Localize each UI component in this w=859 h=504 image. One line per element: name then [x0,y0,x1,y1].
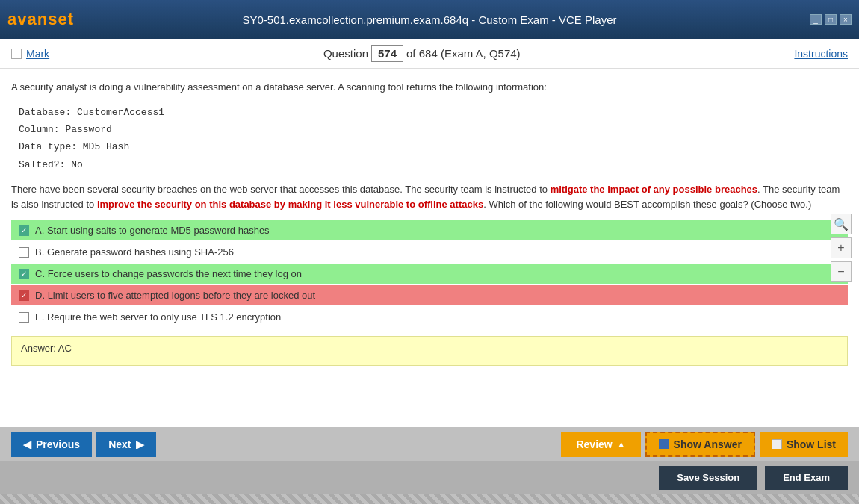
title-bar: avanset SY0-501.examcollection.premium.e… [0,0,859,39]
option-e-text: E. Require the web server to only use TL… [35,311,281,323]
next-label: Next [108,438,131,450]
highlight1: mitigate the impact of any possible brea… [551,184,757,195]
code-line-1: Database: CustomerAccess1 [19,104,848,121]
bottom-bar: ◀ Previous Next ▶ Review ▲ Show Answer S… [0,427,859,461]
body-part3: . Which of the following would BEST acco… [483,199,811,210]
option-a[interactable]: A. Start using salts to generate MD5 pas… [11,220,848,240]
option-d[interactable]: D. Limit users to five attempted logons … [11,285,848,305]
zoom-in-button[interactable]: + [831,237,852,258]
next-button[interactable]: Next ▶ [96,432,155,457]
mark-label[interactable]: Mark [26,48,49,60]
option-d-checkbox[interactable] [19,290,29,301]
highlight2: improve the security on this database by… [97,199,483,210]
zoom-in-icon: + [837,241,844,255]
logo-part1: avan [7,10,48,28]
code-line-2: Column: Password [19,121,848,138]
question-intro: A security analyst is doing a vulnerabil… [11,80,848,95]
search-tool-button[interactable]: 🔍 [831,214,852,234]
end-exam-button[interactable]: End Exam [765,466,848,490]
logo-text: avanset [7,10,74,29]
option-c-checkbox[interactable] [19,269,29,279]
show-answer-button[interactable]: Show Answer [645,432,755,457]
code-line-3: Data type: MD5 Hash [19,138,848,155]
previous-button[interactable]: ◀ Previous [11,432,92,457]
answer-text: Answer: AC [21,343,72,354]
option-a-checkbox[interactable] [19,225,29,236]
show-list-icon [772,439,782,449]
mark-checkbox[interactable] [11,49,22,59]
option-e[interactable]: E. Require the web server to only use TL… [11,307,848,327]
window-title: SY0-501.examcollection.premium.exam.684q… [242,13,616,26]
question-label: Question [323,47,368,60]
stripe-bar [0,494,859,504]
mark-area: Mark [11,48,49,60]
option-b-text: B. Generate password hashes using SHA-25… [35,246,234,258]
review-label: Review [576,438,612,450]
tools-panel: 🔍 + − [831,214,852,282]
instructions-link[interactable]: Instructions [794,48,848,60]
option-c[interactable]: C. Force users to change passwords the n… [11,264,848,284]
zoom-out-icon: − [837,265,844,279]
question-total: of 684 (Exam A, Q574) [406,47,521,60]
options-list: A. Start using salts to generate MD5 pas… [11,220,848,327]
previous-label: Previous [36,438,80,450]
review-button[interactable]: Review ▲ [561,432,640,457]
show-list-label: Show List [787,438,836,450]
minimize-button[interactable]: _ [810,14,822,25]
option-b[interactable]: B. Generate password hashes using SHA-25… [11,242,848,262]
answer-box: Answer: AC [11,336,848,366]
zoom-out-button[interactable]: − [831,261,852,282]
content-area: A security analyst is doing a vulnerabil… [0,69,859,427]
footer-bar: Save Session End Exam [0,461,859,494]
logo-part2: set [48,10,74,28]
header-bar: Mark Question 574 of 684 (Exam A, Q574) … [0,39,859,69]
code-line-4: Salted?: No [19,156,848,173]
maximize-button[interactable]: □ [825,14,837,25]
prev-arrow-icon: ◀ [23,438,31,450]
next-arrow-icon: ▶ [136,438,144,450]
option-b-checkbox[interactable] [19,247,29,258]
option-e-checkbox[interactable] [19,312,29,323]
search-icon: 🔍 [834,217,849,231]
option-d-text: D. Limit users to five attempted logons … [35,290,315,301]
question-number: 574 [371,45,403,62]
logo: avanset [7,10,74,29]
show-answer-icon [659,439,669,449]
save-session-button[interactable]: Save Session [659,466,757,490]
window-controls: _ □ × [810,14,852,25]
show-list-button[interactable]: Show List [760,432,848,457]
body-part1: There have been several security breache… [11,184,551,195]
option-a-text: A. Start using salts to generate MD5 pas… [35,225,270,236]
question-info: Question 574 of 684 (Exam A, Q574) [323,45,521,62]
option-c-text: C. Force users to change passwords the n… [35,268,302,279]
question-body: There have been several security breache… [11,182,848,211]
close-button[interactable]: × [840,14,852,25]
show-answer-label: Show Answer [674,438,742,450]
code-block: Database: CustomerAccess1 Column: Passwo… [19,104,848,174]
review-arrow-icon: ▲ [617,439,626,449]
